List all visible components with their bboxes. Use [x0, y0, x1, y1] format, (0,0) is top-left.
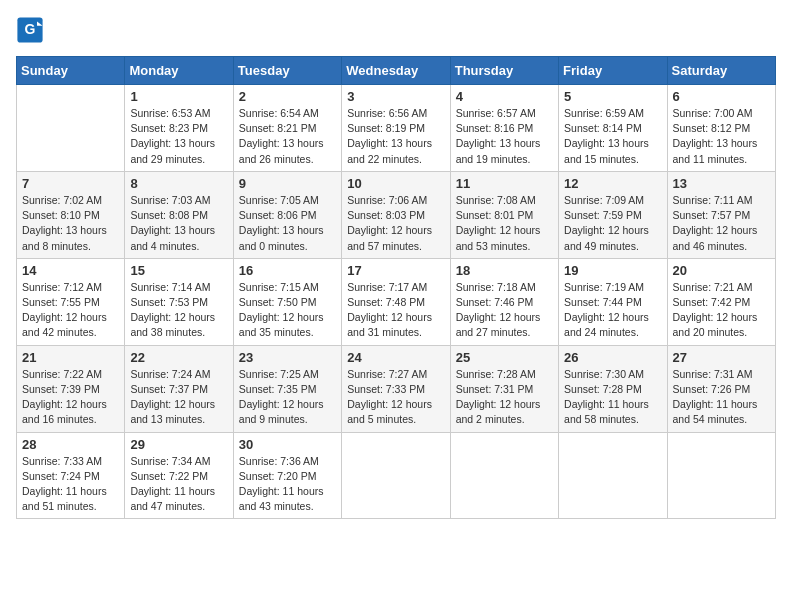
calendar-table: SundayMondayTuesdayWednesdayThursdayFrid…: [16, 56, 776, 519]
day-number: 13: [673, 176, 770, 191]
day-info: Sunrise: 7:06 AM Sunset: 8:03 PM Dayligh…: [347, 193, 444, 254]
day-number: 22: [130, 350, 227, 365]
calendar-cell: 1Sunrise: 6:53 AM Sunset: 8:23 PM Daylig…: [125, 85, 233, 172]
day-info: Sunrise: 7:14 AM Sunset: 7:53 PM Dayligh…: [130, 280, 227, 341]
day-info: Sunrise: 7:31 AM Sunset: 7:26 PM Dayligh…: [673, 367, 770, 428]
day-number: 20: [673, 263, 770, 278]
day-number: 14: [22, 263, 119, 278]
calendar-cell: 30Sunrise: 7:36 AM Sunset: 7:20 PM Dayli…: [233, 432, 341, 519]
day-number: 15: [130, 263, 227, 278]
calendar-cell: 23Sunrise: 7:25 AM Sunset: 7:35 PM Dayli…: [233, 345, 341, 432]
day-number: 4: [456, 89, 553, 104]
calendar-cell: 17Sunrise: 7:17 AM Sunset: 7:48 PM Dayli…: [342, 258, 450, 345]
day-info: Sunrise: 7:36 AM Sunset: 7:20 PM Dayligh…: [239, 454, 336, 515]
weekday-header-saturday: Saturday: [667, 57, 775, 85]
weekday-header-monday: Monday: [125, 57, 233, 85]
day-info: Sunrise: 7:30 AM Sunset: 7:28 PM Dayligh…: [564, 367, 661, 428]
day-number: 1: [130, 89, 227, 104]
calendar-cell: 28Sunrise: 7:33 AM Sunset: 7:24 PM Dayli…: [17, 432, 125, 519]
calendar-cell: 15Sunrise: 7:14 AM Sunset: 7:53 PM Dayli…: [125, 258, 233, 345]
day-number: 9: [239, 176, 336, 191]
calendar-cell: 8Sunrise: 7:03 AM Sunset: 8:08 PM Daylig…: [125, 171, 233, 258]
day-number: 21: [22, 350, 119, 365]
calendar-cell: 11Sunrise: 7:08 AM Sunset: 8:01 PM Dayli…: [450, 171, 558, 258]
calendar-week-row: 7Sunrise: 7:02 AM Sunset: 8:10 PM Daylig…: [17, 171, 776, 258]
svg-text:G: G: [25, 21, 36, 37]
day-info: Sunrise: 7:22 AM Sunset: 7:39 PM Dayligh…: [22, 367, 119, 428]
day-info: Sunrise: 6:56 AM Sunset: 8:19 PM Dayligh…: [347, 106, 444, 167]
calendar-cell: 19Sunrise: 7:19 AM Sunset: 7:44 PM Dayli…: [559, 258, 667, 345]
day-number: 25: [456, 350, 553, 365]
day-info: Sunrise: 6:57 AM Sunset: 8:16 PM Dayligh…: [456, 106, 553, 167]
calendar-cell: 25Sunrise: 7:28 AM Sunset: 7:31 PM Dayli…: [450, 345, 558, 432]
day-number: 30: [239, 437, 336, 452]
day-number: 29: [130, 437, 227, 452]
calendar-cell: [667, 432, 775, 519]
calendar-cell: 4Sunrise: 6:57 AM Sunset: 8:16 PM Daylig…: [450, 85, 558, 172]
calendar-cell: 6Sunrise: 7:00 AM Sunset: 8:12 PM Daylig…: [667, 85, 775, 172]
day-info: Sunrise: 7:09 AM Sunset: 7:59 PM Dayligh…: [564, 193, 661, 254]
day-info: Sunrise: 7:19 AM Sunset: 7:44 PM Dayligh…: [564, 280, 661, 341]
day-info: Sunrise: 6:54 AM Sunset: 8:21 PM Dayligh…: [239, 106, 336, 167]
calendar-cell: [450, 432, 558, 519]
calendar-cell: 2Sunrise: 6:54 AM Sunset: 8:21 PM Daylig…: [233, 85, 341, 172]
day-info: Sunrise: 7:02 AM Sunset: 8:10 PM Dayligh…: [22, 193, 119, 254]
calendar-cell: 26Sunrise: 7:30 AM Sunset: 7:28 PM Dayli…: [559, 345, 667, 432]
day-number: 27: [673, 350, 770, 365]
calendar-cell: 24Sunrise: 7:27 AM Sunset: 7:33 PM Dayli…: [342, 345, 450, 432]
day-number: 12: [564, 176, 661, 191]
day-number: 23: [239, 350, 336, 365]
calendar-cell: 16Sunrise: 7:15 AM Sunset: 7:50 PM Dayli…: [233, 258, 341, 345]
day-info: Sunrise: 7:27 AM Sunset: 7:33 PM Dayligh…: [347, 367, 444, 428]
day-info: Sunrise: 7:28 AM Sunset: 7:31 PM Dayligh…: [456, 367, 553, 428]
calendar-cell: 29Sunrise: 7:34 AM Sunset: 7:22 PM Dayli…: [125, 432, 233, 519]
day-info: Sunrise: 6:53 AM Sunset: 8:23 PM Dayligh…: [130, 106, 227, 167]
calendar-cell: [342, 432, 450, 519]
weekday-header-row: SundayMondayTuesdayWednesdayThursdayFrid…: [17, 57, 776, 85]
calendar-cell: 5Sunrise: 6:59 AM Sunset: 8:14 PM Daylig…: [559, 85, 667, 172]
calendar-week-row: 14Sunrise: 7:12 AM Sunset: 7:55 PM Dayli…: [17, 258, 776, 345]
day-info: Sunrise: 7:18 AM Sunset: 7:46 PM Dayligh…: [456, 280, 553, 341]
calendar-cell: 22Sunrise: 7:24 AM Sunset: 7:37 PM Dayli…: [125, 345, 233, 432]
calendar-cell: [559, 432, 667, 519]
day-number: 18: [456, 263, 553, 278]
day-number: 19: [564, 263, 661, 278]
day-number: 26: [564, 350, 661, 365]
calendar-cell: 13Sunrise: 7:11 AM Sunset: 7:57 PM Dayli…: [667, 171, 775, 258]
day-number: 6: [673, 89, 770, 104]
day-info: Sunrise: 7:03 AM Sunset: 8:08 PM Dayligh…: [130, 193, 227, 254]
weekday-header-wednesday: Wednesday: [342, 57, 450, 85]
calendar-cell: 27Sunrise: 7:31 AM Sunset: 7:26 PM Dayli…: [667, 345, 775, 432]
calendar-cell: 9Sunrise: 7:05 AM Sunset: 8:06 PM Daylig…: [233, 171, 341, 258]
weekday-header-thursday: Thursday: [450, 57, 558, 85]
day-number: 11: [456, 176, 553, 191]
day-number: 24: [347, 350, 444, 365]
day-number: 28: [22, 437, 119, 452]
calendar-cell: 20Sunrise: 7:21 AM Sunset: 7:42 PM Dayli…: [667, 258, 775, 345]
day-info: Sunrise: 7:00 AM Sunset: 8:12 PM Dayligh…: [673, 106, 770, 167]
day-info: Sunrise: 7:15 AM Sunset: 7:50 PM Dayligh…: [239, 280, 336, 341]
day-number: 8: [130, 176, 227, 191]
day-info: Sunrise: 7:21 AM Sunset: 7:42 PM Dayligh…: [673, 280, 770, 341]
day-info: Sunrise: 7:17 AM Sunset: 7:48 PM Dayligh…: [347, 280, 444, 341]
day-info: Sunrise: 7:25 AM Sunset: 7:35 PM Dayligh…: [239, 367, 336, 428]
day-number: 2: [239, 89, 336, 104]
day-number: 17: [347, 263, 444, 278]
calendar-cell: 3Sunrise: 6:56 AM Sunset: 8:19 PM Daylig…: [342, 85, 450, 172]
weekday-header-friday: Friday: [559, 57, 667, 85]
day-number: 16: [239, 263, 336, 278]
day-number: 7: [22, 176, 119, 191]
day-info: Sunrise: 7:33 AM Sunset: 7:24 PM Dayligh…: [22, 454, 119, 515]
calendar-cell: 14Sunrise: 7:12 AM Sunset: 7:55 PM Dayli…: [17, 258, 125, 345]
day-number: 3: [347, 89, 444, 104]
logo-icon: G: [16, 16, 44, 44]
day-info: Sunrise: 7:34 AM Sunset: 7:22 PM Dayligh…: [130, 454, 227, 515]
logo: G: [16, 16, 48, 44]
calendar-cell: 21Sunrise: 7:22 AM Sunset: 7:39 PM Dayli…: [17, 345, 125, 432]
calendar-cell: 7Sunrise: 7:02 AM Sunset: 8:10 PM Daylig…: [17, 171, 125, 258]
day-number: 5: [564, 89, 661, 104]
calendar-cell: [17, 85, 125, 172]
day-info: Sunrise: 7:11 AM Sunset: 7:57 PM Dayligh…: [673, 193, 770, 254]
page-header: G: [16, 16, 776, 44]
calendar-cell: 12Sunrise: 7:09 AM Sunset: 7:59 PM Dayli…: [559, 171, 667, 258]
